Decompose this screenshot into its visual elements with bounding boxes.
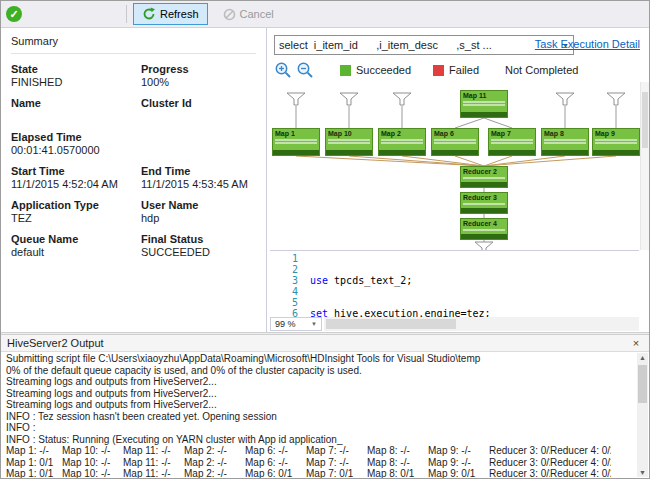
- field-label: Queue Name: [11, 233, 141, 246]
- job-graph-panel: select i_item_id ,i_item_desc ,s_st ... …: [268, 28, 649, 332]
- field-label: Progress: [141, 63, 256, 76]
- dag-node-map[interactable]: Map 2: [378, 128, 426, 156]
- field-label: Application Type: [11, 199, 141, 212]
- field-value: 11/1/2015 4:53:45 AM: [141, 178, 256, 191]
- field-value: [141, 110, 256, 123]
- field-value: [11, 110, 141, 123]
- dag-node-map[interactable]: Map 6: [431, 128, 479, 156]
- graph-legend: Succeeded Failed Not Completed: [274, 61, 578, 79]
- cancel-button[interactable]: Cancel: [214, 3, 283, 25]
- editor-zoom-control[interactable]: 99 % ▼: [270, 317, 322, 331]
- dag-node-title: Map 6: [432, 129, 478, 138]
- chevron-down-icon: ▼: [311, 321, 317, 327]
- field-label: Final Status: [141, 233, 256, 246]
- legend-not-completed-label: Not Completed: [505, 64, 578, 76]
- task-status-row: Map 1: 0/1 Map 10: -/- Map 11: -/- Map 2…: [6, 457, 635, 469]
- funnel-icon: [606, 92, 626, 106]
- scrollbar-thumb[interactable]: [642, 92, 648, 148]
- graph-vertical-scrollbar[interactable]: [640, 82, 649, 250]
- dag-node-title: Map 1: [273, 129, 319, 138]
- field-label: User Name: [141, 199, 256, 212]
- output-header: HiveServer2 Output ×: [1, 335, 649, 352]
- refresh-button[interactable]: Refresh: [133, 3, 208, 25]
- dag-node-map[interactable]: Map 1: [272, 128, 320, 156]
- scroll-up-icon[interactable]: ▲: [637, 354, 648, 361]
- funnel-icon: [392, 92, 412, 106]
- code-line: use tpcds_text_2;: [310, 275, 639, 286]
- summary-row: Queue Name default Final Status SUCCEEDE…: [11, 233, 256, 259]
- log-line: INFO : Tez session hasn't been created y…: [6, 411, 635, 423]
- field-label: Elapsed Time: [11, 131, 141, 144]
- success-status-icon: ✓: [6, 6, 22, 22]
- field-label: State: [11, 63, 141, 76]
- field-value: default: [11, 246, 141, 259]
- cancel-icon: [223, 8, 236, 21]
- summary-row: Start Time 11/1/2015 4:52:04 AM End Time…: [11, 165, 256, 191]
- refresh-icon: [142, 7, 156, 21]
- query-selector-combobox[interactable]: select i_item_id ,i_item_desc ,s_st ... …: [274, 35, 574, 55]
- log-line: 0% of the default queue capacity is used…: [6, 365, 635, 377]
- field-value: 00:01:41.0570000: [11, 144, 141, 157]
- field-value: hdp: [141, 212, 256, 225]
- task-execution-detail-link[interactable]: Task Execution Detail: [535, 38, 640, 50]
- zoom-in-icon[interactable]: [274, 61, 292, 79]
- query-selector-value: select i_item_id ,i_item_desc ,s_st ...: [275, 39, 558, 51]
- dag-node-title: Map 9: [593, 129, 639, 138]
- funnel-icon: [339, 92, 359, 106]
- funnel-icon: [555, 92, 575, 106]
- dag-node-reducer[interactable]: Reducer 3: [460, 192, 508, 214]
- summary-title: Summary: [11, 35, 256, 54]
- summary-fields: State FINISHED Progress 100% Name Cl: [11, 63, 256, 259]
- scrollbar-thumb[interactable]: [638, 365, 647, 403]
- log-line: Streaming logs and outputs from HiveServ…: [6, 399, 635, 411]
- close-icon[interactable]: ×: [629, 337, 643, 349]
- dag-node-map[interactable]: Map 11: [460, 90, 508, 118]
- task-status-row: Map 1: 0/1 Map 10: -/- Map 11: -/- Map 2…: [6, 468, 635, 478]
- output-log-lines: Submitting script file C:\Users\xiaoyzhu…: [6, 353, 635, 445]
- hiveserver2-output-panel: HiveServer2 Output × Submitting script f…: [1, 335, 649, 478]
- field-label: Start Time: [11, 165, 141, 178]
- log-line: INFO :: [6, 422, 635, 434]
- summary-row: Name Cluster Id: [11, 97, 256, 123]
- toolbar: ✓ Refresh Cancel: [1, 1, 649, 28]
- editor-horizontal-scrollbar[interactable]: [324, 317, 639, 331]
- dag-node-map[interactable]: Map 9: [592, 128, 640, 156]
- funnel-icon: [474, 241, 494, 250]
- dag-node-map[interactable]: Map 8: [541, 128, 589, 156]
- zoom-level-value: 99 %: [275, 319, 296, 329]
- summary-row: Elapsed Time 00:01:41.0570000: [11, 131, 256, 157]
- output-title: HiveServer2 Output: [7, 337, 104, 349]
- log-line: Streaming logs and outputs from HiveServ…: [6, 376, 635, 388]
- field-value: 100%: [141, 76, 256, 89]
- dag-node-title: Reducer 2: [461, 167, 507, 176]
- dag-node-title: Map 10: [326, 129, 372, 138]
- field-label: End Time: [141, 165, 256, 178]
- toolbar-separator: [126, 5, 127, 23]
- field-value: FINISHED: [11, 76, 141, 89]
- dag-node-reducer[interactable]: Reducer 2: [460, 166, 508, 188]
- zoom-out-icon[interactable]: [296, 61, 314, 79]
- summary-row: Application Type TEZ User Name hdp: [11, 199, 256, 225]
- summary-row: State FINISHED Progress 100%: [11, 63, 256, 89]
- summary-panel: Summary State FINISHED Progress 100%: [1, 28, 267, 332]
- dag-node-map[interactable]: Map 10: [325, 128, 373, 156]
- succeeded-swatch: [340, 65, 351, 76]
- funnel-icon: [286, 92, 306, 106]
- dag-edges: [270, 82, 641, 250]
- legend-failed-label: Failed: [449, 64, 479, 76]
- dag-node-reducer[interactable]: Reducer 4: [460, 218, 508, 240]
- scrollbar-thumb[interactable]: [326, 319, 456, 329]
- dag-node-title: Map 8: [542, 129, 588, 138]
- scroll-down-icon[interactable]: ▼: [637, 469, 648, 476]
- hive-script-editor[interactable]: 1 2 3 4 5 6 use tpcds_text_2; set hive.e…: [270, 250, 639, 332]
- log-line: Streaming logs and outputs from HiveServ…: [6, 388, 635, 400]
- failed-swatch: [433, 65, 444, 76]
- output-vertical-scrollbar[interactable]: ▲ ▼: [637, 353, 648, 477]
- dag-node-title: Map 7: [489, 129, 535, 138]
- field-label: Cluster Id: [141, 97, 256, 110]
- dag-canvas[interactable]: Map 11 Map 1 Map 10 Map 2 Map 6 Map 7: [270, 82, 641, 250]
- line-number-gutter: 1 2 3 4 5 6: [270, 253, 298, 319]
- dag-node-map[interactable]: Map 7: [488, 128, 536, 156]
- field-value: SUCCEEDED: [141, 246, 256, 259]
- dag-node-title: Reducer 3: [461, 193, 507, 202]
